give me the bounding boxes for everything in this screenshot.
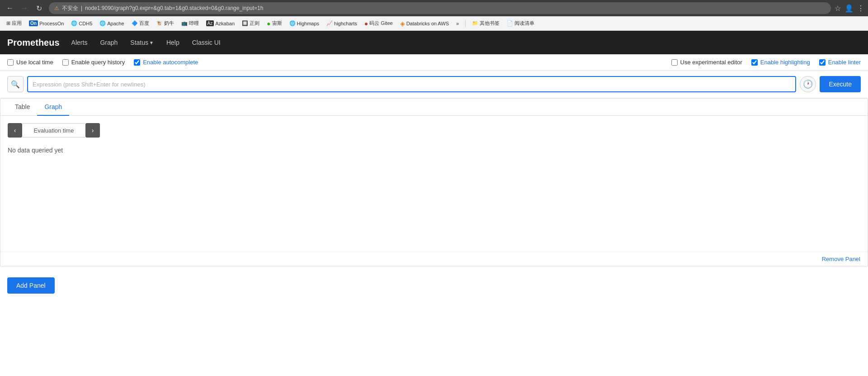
bookmark-processon[interactable]: On ProcessOn: [26, 19, 66, 27]
bookmark-bilibili[interactable]: 📺 哔哩: [179, 19, 202, 28]
nav-alerts[interactable]: Alerts: [71, 37, 89, 48]
bookmark-label: 宙斯: [272, 20, 282, 27]
highmaps-icon: 🌐: [289, 20, 296, 26]
apps-icon: ⊞: [6, 20, 10, 26]
prometheus-navbar: Prometheus Alerts Graph Status ▼ Help Cl…: [0, 31, 868, 54]
add-panel-button[interactable]: Add Panel: [7, 277, 55, 294]
bookmark-label: 正则: [250, 20, 259, 27]
bookmark-zhengze[interactable]: 🔲 正则: [239, 19, 262, 28]
options-bar: Use local time Enable query history Enab…: [0, 54, 868, 71]
enable-query-history-label: Enable query history: [71, 59, 125, 66]
nav-graph[interactable]: Graph: [99, 37, 118, 48]
remove-panel-link[interactable]: Remove Panel: [822, 256, 860, 262]
use-experimental-editor-checkbox[interactable]: [671, 59, 678, 66]
use-local-time-checkbox[interactable]: [7, 59, 14, 66]
panel-container: Table Graph ‹ Evaluation time › No data …: [0, 98, 868, 267]
bookmark-label: ProcessOn: [39, 21, 64, 26]
bookmark-apps[interactable]: ⊞ 应用: [4, 19, 24, 28]
star-icon[interactable]: ☆: [835, 4, 841, 13]
bookmark-label: Highmaps: [297, 21, 320, 26]
highcharts-icon: 📈: [326, 20, 333, 26]
enable-linter-checkbox[interactable]: [819, 59, 826, 66]
bookmark-apache[interactable]: 🌐 Apache: [97, 19, 127, 27]
bookmark-highcharts[interactable]: 📈 highcharts: [324, 19, 360, 27]
enable-autocomplete-checkbox[interactable]: [134, 59, 140, 66]
address-bar[interactable]: ⚠ 不安全 | node1:9090/graph?g0.expr=&g0.tab…: [49, 2, 831, 14]
enable-query-history-checkbox[interactable]: [62, 59, 69, 66]
bilibili-icon: 📺: [181, 20, 188, 26]
query-area: 🔍 🕐 Execute: [0, 71, 868, 98]
bookmark-label: 哔哩: [189, 20, 199, 27]
chevron-right-icon: ›: [92, 127, 94, 134]
eval-next-button[interactable]: ›: [85, 123, 100, 138]
use-experimental-editor-label: Use experimental editor: [680, 59, 742, 66]
history-icon-button[interactable]: 🕐: [800, 76, 816, 92]
clock-icon: 🕐: [803, 79, 813, 89]
enable-highlighting-checkbox[interactable]: [751, 59, 758, 66]
baidu-icon: 🔷: [132, 20, 138, 26]
bookmark-reading-list[interactable]: 📄 阅读清单: [504, 19, 537, 28]
azkaban-icon: Az: [206, 20, 214, 26]
zeus-icon: ●: [267, 20, 270, 27]
panel-footer: Remove Panel: [0, 252, 868, 266]
bookmark-label: 阅读清单: [514, 20, 534, 27]
forward-button[interactable]: →: [18, 2, 31, 14]
search-button[interactable]: 🔍: [7, 76, 24, 92]
bookmark-zeus[interactable]: ● 宙斯: [264, 19, 284, 28]
zhengze-icon: 🔲: [242, 20, 248, 26]
enable-linter-label: Enable linter: [828, 59, 861, 66]
bookmark-label: highcharts: [334, 21, 357, 26]
bookmark-label: Azkaban: [215, 21, 235, 26]
bookmark-baidu[interactable]: 🔷 百度: [129, 19, 152, 28]
naiuniu-icon: 🐮: [156, 20, 163, 26]
nav-help[interactable]: Help: [165, 37, 180, 48]
profile-icon[interactable]: 👤: [844, 4, 854, 13]
nav-status[interactable]: Status ▼: [129, 37, 155, 48]
bookmark-databricks[interactable]: ◈ Databricks on AWS: [397, 19, 452, 28]
bookmark-gitee[interactable]: ● 码云 Gitee: [362, 19, 396, 28]
more-label: »: [456, 21, 459, 26]
nav-status-label: Status: [130, 39, 148, 46]
eval-time-label: Evaluation time: [22, 123, 85, 138]
divider: [465, 20, 466, 27]
bookmark-label: 码云 Gitee: [369, 20, 392, 27]
processon-icon: On: [29, 20, 38, 26]
eval-prev-button[interactable]: ‹: [8, 123, 22, 138]
nav-classic-ui[interactable]: Classic UI: [191, 37, 222, 48]
no-data-text: No data queried yet: [8, 147, 860, 154]
enable-highlighting-option[interactable]: Enable highlighting: [751, 59, 810, 66]
bookmark-label: 百度: [139, 20, 149, 27]
menu-icon[interactable]: ⋮: [857, 4, 864, 13]
reload-button[interactable]: ↻: [33, 2, 45, 14]
enable-highlighting-label: Enable highlighting: [760, 59, 810, 66]
use-experimental-editor-option[interactable]: Use experimental editor: [671, 59, 742, 66]
bookmark-more[interactable]: »: [453, 20, 462, 27]
eval-time-bar: ‹ Evaluation time ›: [8, 123, 860, 138]
chevron-left-icon: ‹: [14, 127, 16, 134]
bookmark-label: 应用: [12, 20, 22, 27]
warning-icon: ⚠: [54, 5, 59, 11]
execute-button[interactable]: Execute: [820, 76, 861, 92]
bookmark-highmaps[interactable]: 🌐 Highmaps: [287, 19, 322, 27]
bookmark-cdh5[interactable]: 🌐 CDH5: [68, 19, 95, 27]
tabs-bar: Table Graph: [0, 99, 868, 116]
enable-linter-option[interactable]: Enable linter: [819, 59, 861, 66]
chevron-down-icon: ▼: [149, 40, 154, 45]
browser-chrome: ← → ↻ ⚠ 不安全 | node1:9090/graph?g0.expr=&…: [0, 0, 868, 16]
cdh5-icon: 🌐: [71, 20, 77, 26]
use-local-time-option[interactable]: Use local time: [7, 59, 53, 66]
tab-graph[interactable]: Graph: [37, 99, 69, 116]
url-separator: |: [81, 5, 82, 11]
bookmark-label: Databricks on AWS: [406, 21, 449, 26]
content-area: ‹ Evaluation time › No data queried yet: [0, 116, 868, 252]
tab-table[interactable]: Table: [8, 99, 37, 116]
bookmark-other[interactable]: 📁 其他书签: [469, 19, 502, 28]
expression-input[interactable]: [27, 76, 796, 92]
enable-autocomplete-option[interactable]: Enable autocomplete: [134, 59, 198, 66]
back-button[interactable]: ←: [4, 2, 16, 14]
bookmark-naiuniu[interactable]: 🐮 奶牛: [154, 19, 177, 28]
enable-query-history-option[interactable]: Enable query history: [62, 59, 125, 66]
bookmark-label: 奶牛: [164, 20, 174, 27]
bookmarks-bar: ⊞ 应用 On ProcessOn 🌐 CDH5 🌐 Apache 🔷 百度 🐮…: [0, 16, 868, 31]
bookmark-azkaban[interactable]: Az Azkaban: [203, 19, 237, 27]
